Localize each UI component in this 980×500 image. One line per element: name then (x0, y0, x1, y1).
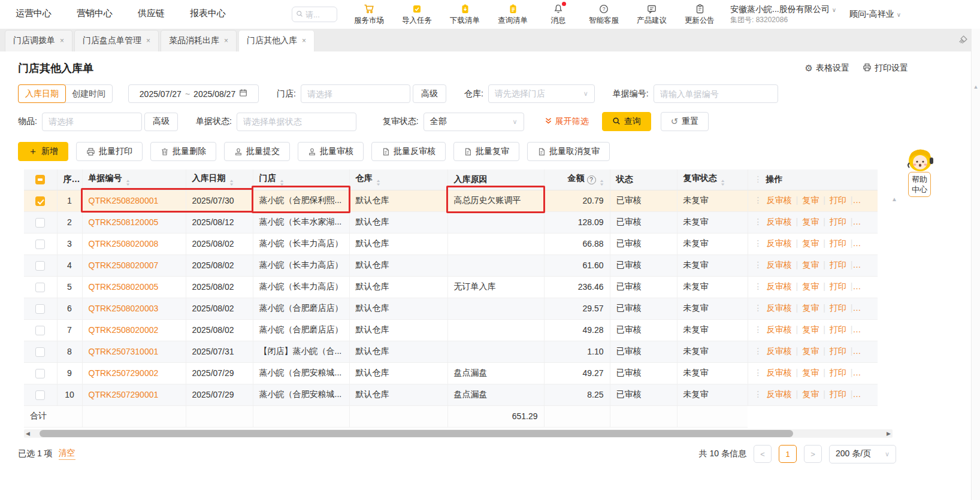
quick-action-bell[interactable]: 消息 (546, 4, 571, 26)
doc-no-input[interactable] (654, 84, 778, 103)
more-actions-icon[interactable]: ⋮ (754, 195, 763, 205)
row-checkbox[interactable] (35, 240, 45, 249)
action-link-2[interactable]: 复审 (802, 281, 819, 291)
batch-button[interactable]: 批量审核 (298, 142, 364, 161)
action-link-3[interactable]: 打印 (830, 217, 846, 226)
quick-action-query[interactable]: 查询清单 (498, 4, 528, 26)
batch-button[interactable]: 批量提交 (224, 142, 290, 161)
batch-button[interactable]: 批量删除 (150, 142, 216, 161)
row-checkbox[interactable] (35, 326, 45, 335)
global-search[interactable] (292, 7, 337, 22)
more-actions-icon[interactable]: ⋮ (754, 346, 763, 356)
sort-icon[interactable]: ▲▼ (280, 179, 284, 186)
action-link-2[interactable]: 复审 (802, 346, 819, 356)
close-tab-icon[interactable]: × (224, 37, 228, 45)
more-actions-icon[interactable]: ⋮ (754, 325, 763, 334)
action-link-3[interactable]: 打印 (830, 260, 846, 269)
tab-active[interactable]: 门店其他入库× (238, 30, 314, 51)
row-checkbox[interactable] (35, 283, 45, 292)
doc-no-link[interactable]: QTRK2507290002 (89, 368, 159, 378)
row-checkbox[interactable] (35, 218, 45, 228)
quick-action-service[interactable]: ?智能客服 (589, 4, 619, 26)
warehouse-select[interactable]: 请先选择门店∨ (488, 84, 595, 103)
sort-icon[interactable]: ▲▼ (376, 179, 380, 186)
doc-no-link[interactable]: QTRK2508120005 (89, 217, 159, 227)
doc-no-link[interactable]: QTRK2508020007 (89, 260, 159, 270)
action-link-3[interactable]: 打印 (830, 346, 846, 356)
action-link-2[interactable]: 复审 (802, 368, 819, 377)
help-center-widget[interactable]: 帮助中心 (902, 147, 937, 197)
row-checkbox[interactable] (35, 261, 45, 271)
action-link-1[interactable]: 反审核 (767, 281, 792, 291)
action-link-1[interactable]: 反审核 (767, 217, 792, 226)
doc-no-link[interactable]: QTRK2508020002 (89, 325, 159, 335)
date-range-picker[interactable]: 2025/07/27 ~ 2025/08/27 (128, 84, 259, 103)
more-actions-icon[interactable]: ⋮ (754, 281, 763, 291)
batch-button[interactable]: 批量反审核 (371, 142, 446, 161)
scroll-left-icon[interactable]: ◀ (26, 430, 30, 437)
print-settings-button[interactable]: 打印设置 (863, 63, 908, 74)
expand-filters-link[interactable]: 展开筛选 (545, 116, 589, 127)
action-link-1[interactable]: 反审核 (767, 260, 792, 269)
quick-action-import[interactable]: 导入任务 (402, 4, 432, 26)
action-link-3[interactable]: 打印 (830, 303, 846, 313)
window-scrollbar[interactable]: ▲ (971, 29, 980, 500)
page-size-select[interactable]: 200 条/页∨ (829, 445, 896, 463)
more-actions-icon[interactable]: ⋮ (754, 217, 763, 226)
search-input[interactable] (306, 10, 329, 19)
action-link-1[interactable]: 反审核 (767, 325, 792, 334)
action-link-3[interactable]: 打印 (830, 389, 846, 399)
action-link-2[interactable]: 复审 (802, 195, 819, 205)
action-link-2[interactable]: 复审 (802, 217, 819, 226)
company-switcher[interactable]: 安徽蒸小皖...股份有限公司∨ 集团号: 83202086 (730, 4, 836, 25)
action-link-1[interactable]: 反审核 (767, 346, 792, 356)
help-circle-icon[interactable]: ? (587, 175, 596, 184)
add-button[interactable]: ＋ 新增 (18, 142, 68, 161)
more-actions-icon[interactable]: ⋮ (754, 238, 763, 248)
batch-button[interactable]: 批量复审 (453, 142, 519, 161)
batch-button[interactable]: 批量打印 (76, 142, 143, 161)
action-link-2[interactable]: 复审 (802, 238, 819, 248)
row-checkbox[interactable] (35, 390, 45, 400)
nav-menu-item[interactable]: 运营中心 (14, 5, 53, 24)
more-actions-icon[interactable]: ⋮ (754, 389, 763, 399)
action-link-2[interactable]: 复审 (802, 260, 819, 269)
select-all-checkbox[interactable] (35, 175, 45, 184)
reset-button[interactable]: ↺ 重置 (661, 112, 709, 131)
toggle-option-inbound-date[interactable]: 入库日期 (18, 84, 66, 103)
doc-no-link[interactable]: QTRK2508020003 (89, 304, 159, 313)
tab-item[interactable]: 门店盘点单管理× (74, 30, 159, 51)
nav-menu-item[interactable]: 供应链 (137, 5, 166, 24)
prev-page-button[interactable]: < (754, 445, 772, 463)
action-link-1[interactable]: 反审核 (767, 389, 792, 399)
query-button[interactable]: 查询 (602, 112, 651, 131)
action-link-3[interactable]: 打印 (830, 368, 846, 377)
batch-button[interactable]: 批量取消复审 (527, 142, 610, 161)
action-link-1[interactable]: 反审核 (767, 238, 792, 248)
store-filter-input[interactable] (301, 84, 410, 103)
action-link-2[interactable]: 复审 (802, 389, 819, 399)
table-settings-button[interactable]: ⚙表格设置 (805, 63, 849, 74)
row-checkbox[interactable] (35, 196, 45, 206)
horizontal-scrollbar[interactable]: ◀ ▶ (24, 429, 893, 438)
item-advanced-button[interactable]: 高级 (144, 113, 178, 131)
quick-action-cart[interactable]: 服务市场 (354, 4, 384, 26)
table-scroll-up-icon[interactable]: ▲ (891, 196, 897, 202)
date-type-toggle[interactable]: 入库日期 创建时间 (18, 84, 113, 103)
doc-no-link[interactable]: QTRK2508020008 (89, 239, 159, 249)
sort-icon[interactable]: ▲▼ (721, 179, 725, 186)
action-link-2[interactable]: 复审 (802, 303, 819, 313)
action-link-3[interactable]: 打印 (830, 281, 846, 291)
item-filter-input[interactable] (42, 113, 142, 131)
sort-icon[interactable]: ▲▼ (126, 179, 130, 186)
row-checkbox[interactable] (35, 304, 45, 314)
nav-menu-item[interactable]: 营销中心 (75, 5, 114, 24)
quick-action-notice[interactable]: 更新公告 (685, 4, 715, 26)
user-menu[interactable]: 顾问-高祥业∨ (849, 9, 901, 20)
toggle-option-create-time[interactable]: 创建时间 (65, 85, 112, 102)
more-actions-icon[interactable]: ⋮ (754, 368, 763, 377)
doc-status-input[interactable] (237, 113, 356, 131)
row-checkbox[interactable] (35, 347, 45, 357)
scrollbar-thumb[interactable] (40, 430, 793, 437)
clear-selection-link[interactable]: 清空 (59, 448, 75, 460)
